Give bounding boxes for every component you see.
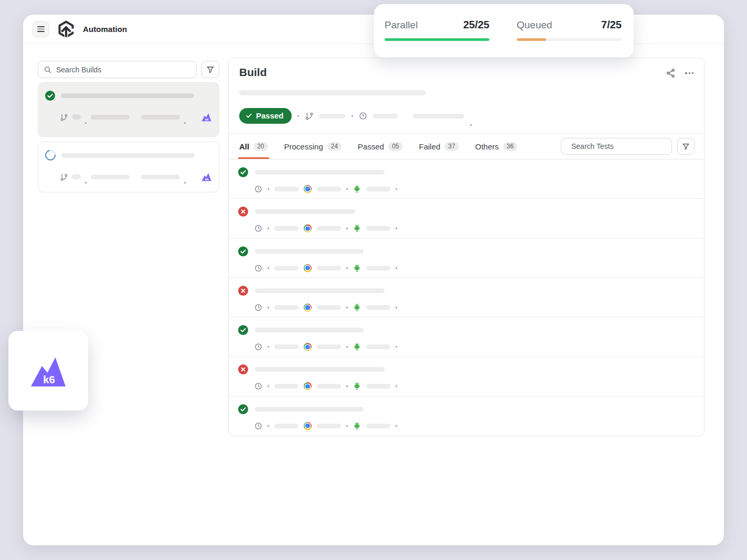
separator-dot: [396, 307, 397, 308]
test-row[interactable]: [229, 396, 704, 436]
test-row[interactable]: [229, 159, 704, 199]
separator-dot: [396, 188, 397, 190]
meta-skeleton: [317, 226, 341, 231]
clock-icon: [254, 185, 262, 193]
meta-skeleton: [317, 266, 341, 271]
meta-skeleton: [366, 226, 390, 231]
test-title-skeleton: [255, 328, 364, 332]
separator-dot: [346, 385, 348, 387]
meta-skeleton: [274, 344, 298, 349]
separator-dot: [346, 228, 348, 229]
failed-status-icon: [238, 364, 248, 374]
search-builds-input[interactable]: [56, 66, 191, 74]
page-title: Automation: [83, 25, 127, 34]
separator-dot: [346, 188, 348, 190]
hamburger-menu-button[interactable]: [33, 21, 49, 37]
search-icon: [567, 143, 567, 150]
separator-dot: [268, 188, 269, 190]
search-tests-input[interactable]: [571, 142, 666, 150]
queued-value: 7/25: [601, 19, 622, 31]
chrome-browser-icon: [304, 382, 312, 390]
clock-icon: [254, 382, 262, 390]
clock-icon: [254, 343, 262, 351]
failed-status-icon: [238, 207, 248, 217]
test-tabs-row: All20 Processing24 Passed05 Failed37 Oth…: [229, 134, 704, 159]
clock-icon: [254, 422, 262, 430]
meta-skeleton: [274, 187, 298, 191]
build-title-skeleton: [61, 93, 194, 98]
android-os-icon: [353, 303, 361, 312]
builds-sidebar: k6 k6: [38, 61, 219, 197]
passed-status-icon: [238, 404, 248, 414]
search-icon: [44, 66, 52, 74]
parallel-value: 25/25: [463, 19, 489, 31]
tab-processing[interactable]: Processing24: [284, 134, 342, 159]
test-row[interactable]: [229, 317, 704, 357]
filter-tests-button[interactable]: [677, 138, 695, 155]
android-os-icon: [353, 185, 361, 193]
more-options-icon[interactable]: [685, 72, 693, 74]
separator-dot: [396, 425, 397, 427]
separator-dot: [268, 385, 269, 387]
test-row[interactable]: [229, 239, 704, 278]
build-title-skeleton: [61, 153, 195, 158]
check-icon: [246, 112, 252, 119]
test-title-skeleton: [255, 209, 355, 214]
queued-progress-track: [517, 38, 622, 41]
build-card-running[interactable]: k6: [38, 142, 219, 192]
test-row[interactable]: [229, 357, 704, 396]
concurrency-stats-card: Parallel 25/25 Queued 7/25: [374, 4, 634, 58]
separator-dot: [297, 115, 299, 117]
search-tests-box: [561, 138, 672, 155]
meta-skeleton: [141, 175, 180, 179]
filter-builds-button[interactable]: [201, 61, 219, 78]
tab-failed[interactable]: Failed37: [419, 134, 459, 159]
tab-others[interactable]: Others36: [475, 134, 517, 159]
clock-icon: [254, 224, 262, 232]
chrome-browser-icon: [304, 264, 312, 272]
meta-skeleton: [366, 305, 390, 310]
parallel-label: Parallel: [385, 19, 418, 31]
queued-label: Queued: [517, 19, 552, 31]
clock-icon: [254, 304, 262, 311]
build-card-selected[interactable]: k6: [38, 82, 219, 137]
chrome-browser-icon: [304, 304, 312, 311]
passed-status-icon: [45, 91, 55, 101]
separator-dot: [396, 228, 397, 229]
android-os-icon: [353, 342, 361, 351]
tab-all[interactable]: All20: [239, 134, 268, 159]
svg-text:k6: k6: [205, 117, 209, 121]
separator-dot: [346, 307, 348, 308]
k6-integration-card[interactable]: k6: [8, 331, 88, 411]
tab-passed[interactable]: Passed05: [358, 134, 402, 159]
meta-skeleton: [317, 305, 341, 310]
meta-skeleton: [366, 187, 390, 191]
meta-skeleton: [274, 424, 298, 428]
test-title-skeleton: [255, 170, 385, 175]
test-row[interactable]: [229, 199, 704, 238]
separator-dot: [351, 115, 353, 117]
share-icon[interactable]: [666, 68, 676, 78]
separator-dot: [470, 124, 472, 126]
android-os-icon: [353, 422, 361, 430]
build-detail-panel: Build: [228, 58, 705, 436]
build-header: Build: [229, 58, 704, 134]
test-row[interactable]: [229, 278, 704, 317]
chrome-browser-icon: [304, 185, 312, 193]
separator-dot: [85, 122, 87, 124]
parallel-progress-track: [385, 38, 489, 41]
chrome-browser-icon: [304, 224, 312, 232]
search-builds-box: [38, 61, 197, 78]
filter-icon: [681, 142, 690, 151]
chrome-browser-icon: [304, 422, 312, 430]
meta-skeleton: [274, 305, 298, 310]
passed-status-icon: [238, 167, 248, 177]
android-os-icon: [353, 382, 361, 391]
test-title-skeleton: [255, 288, 385, 293]
k6-icon: k6: [201, 112, 212, 122]
separator-dot: [396, 346, 397, 348]
meta-skeleton: [366, 424, 390, 428]
android-os-icon: [353, 264, 361, 273]
test-title-skeleton: [255, 367, 385, 372]
app-window: Automation: [23, 15, 724, 545]
